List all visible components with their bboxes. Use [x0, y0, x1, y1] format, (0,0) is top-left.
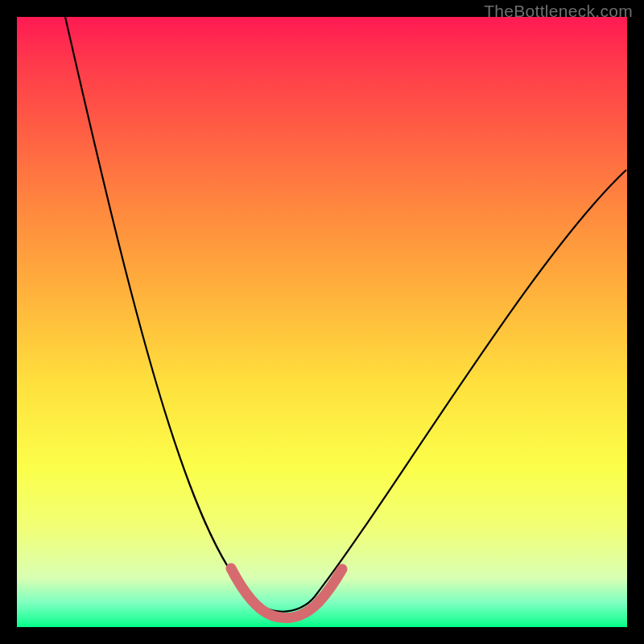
chart-svg: [17, 17, 627, 627]
gradient-plot-area: [17, 17, 627, 627]
valley-highlight: [231, 568, 342, 618]
watermark-text: TheBottleneck.com: [484, 2, 633, 21]
bottleneck-curve: [65, 17, 626, 612]
